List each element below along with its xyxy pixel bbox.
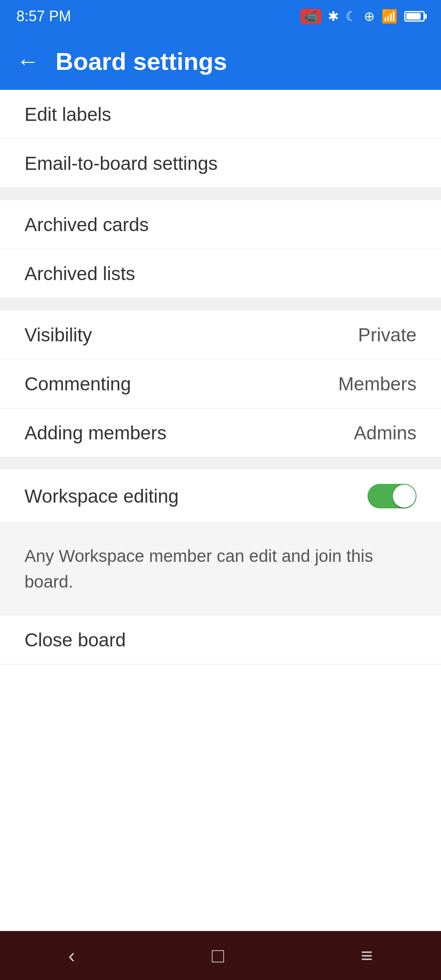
workspace-editing-toggle[interactable] [368, 484, 416, 508]
nav-back-icon[interactable]: ‹ [68, 944, 75, 967]
archived-lists-label: Archived lists [24, 263, 135, 285]
section-divider-1 [0, 188, 441, 200]
section-divider-3 [0, 457, 441, 470]
commenting-item[interactable]: Commenting Members [0, 359, 441, 408]
section-divider-2 [0, 298, 441, 310]
settings-content: Edit labels Email-to-board settings Arch… [0, 90, 441, 664]
archived-lists-item[interactable]: Archived lists [0, 249, 441, 298]
workspace-info-area: Any Workspace member can edit and join t… [0, 523, 441, 615]
status-bar: 8:57 PM 📹 ✱ ☾ ⊕ 📶 [0, 0, 441, 33]
visibility-item[interactable]: Visibility Private [0, 310, 441, 359]
edit-labels-label: Edit labels [24, 103, 111, 125]
workspace-editing-item: Workspace editing [0, 470, 441, 523]
status-time: 8:57 PM [16, 8, 71, 25]
bluetooth-icon: ✱ [328, 9, 339, 24]
workspace-editing-label: Workspace editing [24, 485, 179, 507]
toggle-knob [393, 485, 416, 508]
adding-members-value: Admins [354, 422, 416, 444]
email-to-board-item[interactable]: Email-to-board settings [0, 139, 441, 188]
nav-home-icon[interactable]: □ [212, 944, 224, 967]
bottom-nav: ‹ □ ≡ [0, 931, 441, 980]
close-board-label: Close board [24, 629, 126, 651]
commenting-label: Commenting [24, 373, 131, 395]
app-bar: ← Board settings [0, 33, 441, 90]
page-title: Board settings [56, 47, 227, 76]
edit-labels-item[interactable]: Edit labels [0, 90, 441, 139]
visibility-value: Private [358, 324, 416, 346]
email-to-board-label: Email-to-board settings [24, 152, 218, 174]
battery-icon [404, 11, 425, 22]
archived-cards-item[interactable]: Archived cards [0, 200, 441, 249]
close-board-item[interactable]: Close board [0, 615, 441, 664]
archived-cards-label: Archived cards [24, 214, 149, 236]
status-icons: 📹 ✱ ☾ ⊕ 📶 [301, 9, 425, 24]
location-icon: ⊕ [364, 9, 375, 24]
adding-members-label: Adding members [24, 422, 167, 444]
moon-icon: ☾ [345, 9, 357, 24]
adding-members-item[interactable]: Adding members Admins [0, 408, 441, 457]
back-button[interactable]: ← [16, 50, 39, 73]
visibility-label: Visibility [24, 324, 92, 346]
wifi-icon: 📶 [381, 9, 398, 24]
nav-menu-icon[interactable]: ≡ [361, 944, 372, 967]
workspace-info-text: Any Workspace member can edit and join t… [24, 546, 373, 591]
commenting-value: Members [338, 373, 416, 395]
camera-recording-icon: 📹 [301, 9, 321, 24]
